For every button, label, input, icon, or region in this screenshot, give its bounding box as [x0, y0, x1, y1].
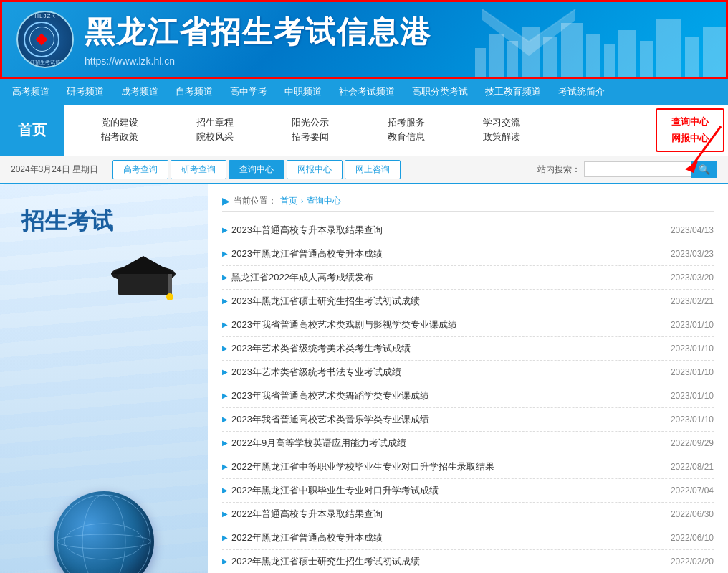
nav-shehui[interactable]: 社会考试频道 [330, 79, 403, 105]
main-nav-links: 党的建设 招考政策 招生章程 院校风采 阳光公示 招考要闻 招考服务 教育信息 … [64, 105, 652, 156]
search-label: 站内搜索： [537, 164, 580, 176]
nav-gaokao[interactable]: 高考频道 [4, 79, 58, 105]
list-item: ▶ 2023年艺术类省级统考美术类考生考试成绩 2023/01/10 [222, 337, 714, 361]
list-bullet: ▶ [222, 297, 228, 305]
list-item: ▶ 2023年我省普通高校艺术类戏剧与影视学类专业课成绩 2023/01/10 [222, 313, 714, 337]
list-bullet: ▶ [222, 273, 228, 281]
list-item-link-10[interactable]: ▶ 2022年黑龙江省中等职业学校毕业生专业对口升学招生录取结果 [222, 460, 664, 473]
list-item: ▶ 2023年黑龙江省普通高校专升本成绩 2023/03/23 [222, 242, 714, 266]
site-header: HLJZK 黑龙江招生考试信息港 黑龙江省招生考试信息港 https://www… [0, 0, 728, 79]
svg-rect-8 [618, 30, 636, 77]
svg-rect-11 [685, 37, 699, 77]
list-item: ▶ 2022年9月高等学校英语应用能力考试成绩 2022/09/29 [222, 432, 714, 455]
main-navigation: 首页 党的建设 招考政策 招生章程 院校风采 阳光公示 招考要闻 招考服务 教育… [0, 105, 728, 156]
current-date: 2024年3月24日 星期日 [11, 164, 98, 176]
red-arrow-annotation [678, 126, 728, 191]
svg-marker-14 [685, 161, 698, 173]
graduation-cap-icon [100, 235, 186, 321]
tab-yankao-query[interactable]: 研考查询 [171, 160, 226, 179]
list-item-link-1[interactable]: ▶ 2023年黑龙江省普通高校专升本成绩 [222, 247, 664, 260]
list-item-link-13[interactable]: ▶ 2022年黑龙江省普通高校专升本成绩 [222, 531, 664, 544]
right-content-panel: ▶ 当前位置： 首页 › 查询中心 ▶ 2023年普通高校专升本录取结果查询 2… [208, 184, 728, 573]
list-item-link-9[interactable]: ▶ 2022年9月高等学校英语应用能力考试成绩 [222, 437, 664, 450]
list-item: ▶ 2022年黑龙江省普通高校专升本成绩 2022/06/10 [222, 526, 714, 550]
list-item-link-3[interactable]: ▶ 2023年黑龙江省硕士研究生招生考试初试成绩 [222, 295, 664, 308]
list-item-link-0[interactable]: ▶ 2023年普通高校专升本录取结果查询 [222, 224, 664, 237]
list-bullet: ▶ [222, 534, 228, 541]
list-bullet: ▶ [222, 463, 228, 470]
nav-zikao[interactable]: 自考频道 [167, 79, 221, 105]
home-button[interactable]: 首页 [0, 105, 64, 156]
nav-yankao[interactable]: 研考频道 [58, 79, 112, 105]
sub-navigation: 2024年3月24日 星期日 高考查询 研考查询 查询中心 网报中心 网上咨询 … [0, 156, 728, 184]
svg-rect-18 [168, 274, 172, 295]
left-banner-panel: 招生考试 [0, 184, 208, 573]
tab-report-center[interactable]: 网报中心 [287, 160, 343, 179]
list-item: ▶ 2023年黑龙江省硕士研究生招生考试初试成绩 2023/02/21 [222, 290, 714, 313]
svg-rect-7 [604, 44, 615, 77]
nav-zhongzhi[interactable]: 中职频道 [276, 79, 330, 105]
logo-abbr: HLJZK [20, 13, 70, 19]
svg-point-23 [57, 534, 150, 549]
list-bullet: ▶ [222, 344, 228, 352]
list-bullet: ▶ [222, 250, 228, 257]
svg-marker-17 [111, 256, 176, 274]
book-bg-decoration [475, 6, 583, 63]
nav-enrollment-charter[interactable]: 招生章程 院校风采 [167, 108, 262, 152]
list-bullet: ▶ [222, 510, 228, 518]
list-bullet: ▶ [222, 415, 228, 423]
nav-learning[interactable]: 学习交流 政策解读 [454, 108, 549, 152]
top-navigation: 高考频道 研考频道 成考频道 自考频道 高中学考 中职频道 社会考试频道 高职分… [0, 79, 728, 105]
list-bullet: ▶ [222, 226, 228, 234]
svg-rect-9 [640, 41, 653, 77]
list-item-link-2[interactable]: ▶ 黑龙江省2022年成人高考成绩发布 [222, 271, 664, 284]
logo-bottom-text: 黑龙江招生考试信息港 [20, 59, 70, 66]
list-item: ▶ 黑龙江省2022年成人高考成绩发布 2023/03/20 [222, 266, 714, 290]
search-input[interactable] [584, 161, 691, 177]
nav-gaozhi[interactable]: 高职分类考试 [403, 79, 476, 105]
nav-chengkao[interactable]: 成考频道 [112, 79, 167, 105]
list-item-link-11[interactable]: ▶ 2022年黑龙江省中职毕业生专业对口升学考试成绩 [222, 484, 664, 497]
list-item: ▶ 2022年黑龙江省中等职业学校毕业生专业对口升学招生录取结果 2022/08… [222, 455, 714, 479]
nav-exam-service[interactable]: 招考服务 教育信息 [358, 108, 454, 152]
list-item: ▶ 2022年黑龙江省硕士研究生招生考试初试成绩 2022/02/20 [222, 550, 714, 573]
svg-rect-6 [586, 34, 600, 77]
breadcrumb-separator: › [301, 197, 303, 205]
svg-line-13 [692, 126, 721, 166]
tab-online-consult[interactable]: 网上咨询 [345, 160, 401, 179]
list-item-link-12[interactable]: ▶ 2022年普通高校专升本录取结果查询 [222, 508, 664, 521]
list-bullet: ▶ [222, 321, 228, 328]
list-item-link-4[interactable]: ▶ 2023年我省普通高校艺术类戏剧与影视学类专业课成绩 [222, 318, 664, 331]
list-item-link-8[interactable]: ▶ 2023年我省普通高校艺术类音乐学类专业课成绩 [222, 413, 664, 426]
list-item: ▶ 2022年黑龙江省中职毕业生专业对口升学考试成绩 2022/07/04 [222, 479, 714, 503]
content-area: 招生考试 ▶ 当前位置： 首页 › 查询中心 [0, 184, 728, 573]
list-item-link-6[interactable]: ▶ 2023年艺术类省级统考书法专业考试成绩 [222, 366, 664, 379]
breadcrumb-label: 当前位置： [234, 195, 277, 207]
nav-kaoshi[interactable]: 考试统简介 [550, 79, 613, 105]
svg-point-19 [166, 293, 173, 300]
list-item: ▶ 2023年我省普通高校艺术类舞蹈学类专业课成绩 2023/01/10 [222, 384, 714, 408]
tab-gaokao-query[interactable]: 高考查询 [112, 160, 168, 179]
breadcrumb-arrow-icon: ▶ [222, 195, 230, 207]
breadcrumb-query-center[interactable]: 查询中心 [307, 195, 341, 207]
breadcrumb: ▶ 当前位置： 首页 › 查询中心 [222, 191, 714, 212]
globe-icon [54, 491, 154, 573]
list-item: ▶ 2023年普通高校专升本录取结果查询 2023/04/13 [222, 219, 714, 242]
list-item-link-14[interactable]: ▶ 2022年黑龙江省硕士研究生招生考试初试成绩 [222, 555, 664, 568]
breadcrumb-home[interactable]: 首页 [280, 195, 297, 207]
nav-gaоzhong[interactable]: 高中学考 [221, 79, 276, 105]
nav-sunshine[interactable]: 阳光公示 招考要闻 [263, 108, 358, 152]
list-bullet: ▶ [222, 392, 228, 399]
list-item: ▶ 2022年普通高校专升本录取结果查询 2022/06/30 [222, 503, 714, 526]
svg-rect-12 [703, 27, 726, 77]
nav-jigong[interactable]: 技工教育频道 [476, 79, 550, 105]
list-bullet: ▶ [222, 368, 228, 376]
sub-nav-tabs: 高考查询 研考查询 查询中心 网报中心 网上咨询 [112, 160, 401, 179]
list-item-link-7[interactable]: ▶ 2023年我省普通高校艺术类舞蹈学类专业课成绩 [222, 389, 664, 402]
list-item: ▶ 2023年我省普通高校艺术类音乐学类专业课成绩 2023/01/10 [222, 408, 714, 432]
tab-query-center[interactable]: 查询中心 [229, 160, 284, 179]
nav-party-build[interactable]: 党的建设 招考政策 [72, 108, 167, 152]
svg-rect-10 [656, 19, 681, 77]
svg-point-22 [64, 524, 143, 559]
list-item-link-5[interactable]: ▶ 2023年艺术类省级统考美术类考生考试成绩 [222, 342, 664, 355]
